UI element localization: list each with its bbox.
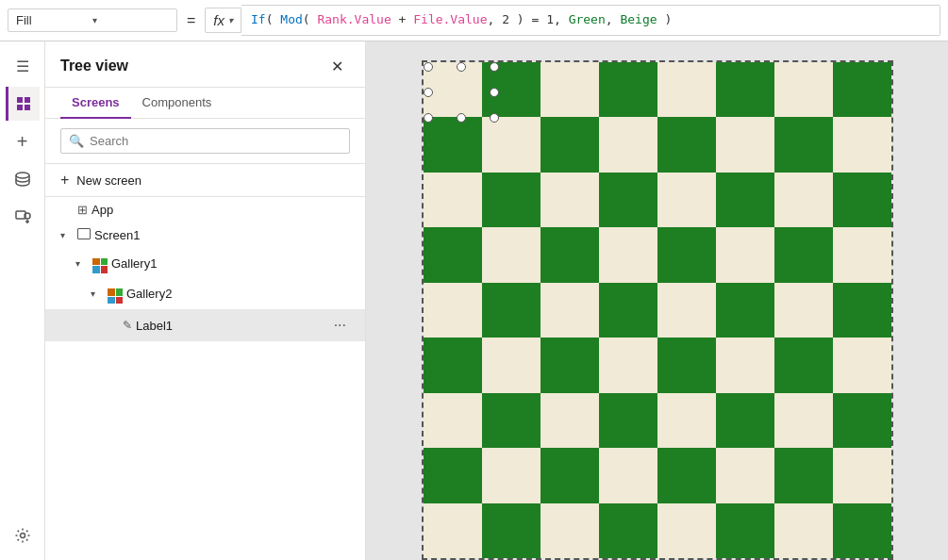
cell xyxy=(774,283,833,338)
cell xyxy=(716,448,774,502)
cell xyxy=(774,173,833,227)
cell xyxy=(716,503,774,558)
new-screen-button[interactable]: + New screen xyxy=(45,164,365,197)
label1-more-button[interactable]: ··· xyxy=(330,315,350,336)
tree-item-screen1[interactable]: ▾ Screen1 xyxy=(45,222,365,248)
cell xyxy=(424,117,482,172)
cell xyxy=(424,62,482,117)
settings-icon xyxy=(14,527,31,544)
close-button[interactable]: ✕ xyxy=(324,53,350,79)
fx-badge[interactable]: fx ▾ xyxy=(205,8,241,33)
fx-label: fx xyxy=(213,12,225,28)
cell xyxy=(774,227,833,282)
cell xyxy=(482,338,541,392)
cell xyxy=(657,448,716,502)
cell xyxy=(482,448,541,502)
cell xyxy=(657,117,716,172)
cell xyxy=(657,503,716,558)
layers-button[interactable] xyxy=(6,87,40,121)
cell xyxy=(774,503,833,558)
cell xyxy=(774,448,833,502)
cell xyxy=(774,338,833,392)
cell xyxy=(716,227,774,282)
cell xyxy=(833,283,891,338)
cell xyxy=(716,393,774,448)
cell xyxy=(541,338,599,392)
tab-components[interactable]: Components xyxy=(131,88,224,119)
cell xyxy=(424,448,482,502)
media-button[interactable] xyxy=(6,200,40,234)
cell xyxy=(599,338,657,392)
cell xyxy=(482,393,541,448)
app-label: App xyxy=(91,203,350,217)
cell xyxy=(657,393,716,448)
tree-item-label1[interactable]: ✎ Label1 ··· xyxy=(45,309,365,341)
svg-point-4 xyxy=(16,173,29,178)
formula-text: If( Mod( Rank.Value + File.Value, 2 ) = … xyxy=(251,12,672,26)
tree-items: ⊞ App ▾ Screen1 ▾ Gallery1 ▾ xyxy=(45,197,365,560)
cell xyxy=(482,283,541,338)
data-button[interactable] xyxy=(6,162,40,196)
gallery1-label: Gallery1 xyxy=(111,256,350,271)
cell xyxy=(424,338,482,392)
formula-input[interactable]: If( Mod( Rank.Value + File.Value, 2 ) = … xyxy=(241,5,940,35)
label1-label: Label1 xyxy=(136,319,326,333)
dropdown-chevron-icon: ▾ xyxy=(92,15,169,25)
gallery2-label: Gallery2 xyxy=(126,287,350,301)
cell xyxy=(716,283,774,338)
screen1-label: Screen1 xyxy=(94,228,350,242)
tree-item-gallery2[interactable]: ▾ Gallery2 xyxy=(45,279,365,310)
tree-item-gallery1[interactable]: ▾ Gallery1 xyxy=(45,248,365,279)
app-icon: ⊞ xyxy=(77,203,88,217)
cell xyxy=(541,448,599,502)
gallery2-chevron-icon: ▾ xyxy=(91,288,104,299)
fill-label: Fill xyxy=(16,13,92,27)
cell xyxy=(833,503,891,558)
settings-button[interactable] xyxy=(6,519,40,552)
layers-icon xyxy=(15,95,32,112)
cell xyxy=(541,283,599,338)
cell xyxy=(774,393,833,448)
cell xyxy=(541,173,599,227)
cell xyxy=(424,393,482,448)
search-input[interactable] xyxy=(90,134,341,148)
gallery1-icon xyxy=(92,254,108,273)
new-screen-label: New screen xyxy=(76,173,141,188)
cell xyxy=(424,227,482,282)
search-icon: 🔍 xyxy=(69,134,84,148)
cell xyxy=(599,503,657,558)
screen1-chevron-icon: ▾ xyxy=(60,230,74,240)
cell xyxy=(716,117,774,172)
cell xyxy=(541,227,599,282)
tree-item-app[interactable]: ⊞ App xyxy=(45,197,365,222)
gallery1-chevron-icon: ▾ xyxy=(75,258,89,269)
cell xyxy=(482,117,541,172)
hamburger-menu-button[interactable]: ☰ xyxy=(6,49,40,83)
cell xyxy=(482,62,541,117)
gallery2-icon xyxy=(108,285,123,305)
svg-rect-1 xyxy=(25,97,30,103)
cell xyxy=(716,173,774,227)
cell xyxy=(482,173,541,227)
cell xyxy=(833,227,891,282)
svg-point-7 xyxy=(20,534,25,538)
cell xyxy=(716,62,774,117)
cell xyxy=(657,62,716,117)
cell xyxy=(657,227,716,282)
cell xyxy=(482,503,541,558)
media-icon xyxy=(14,208,31,225)
svg-rect-3 xyxy=(25,105,30,110)
fill-dropdown[interactable]: Fill ▾ xyxy=(8,8,177,32)
cell xyxy=(716,338,774,392)
cell xyxy=(424,283,482,338)
cell xyxy=(833,338,891,392)
add-button[interactable]: + xyxy=(6,124,40,158)
canvas-area[interactable] xyxy=(366,41,948,560)
tab-screens[interactable]: Screens xyxy=(60,88,131,119)
cell xyxy=(833,173,891,227)
tree-header: Tree view ✕ xyxy=(45,41,365,88)
cell xyxy=(833,393,891,448)
cell xyxy=(833,62,891,117)
cell xyxy=(599,448,657,502)
cell xyxy=(657,338,716,392)
